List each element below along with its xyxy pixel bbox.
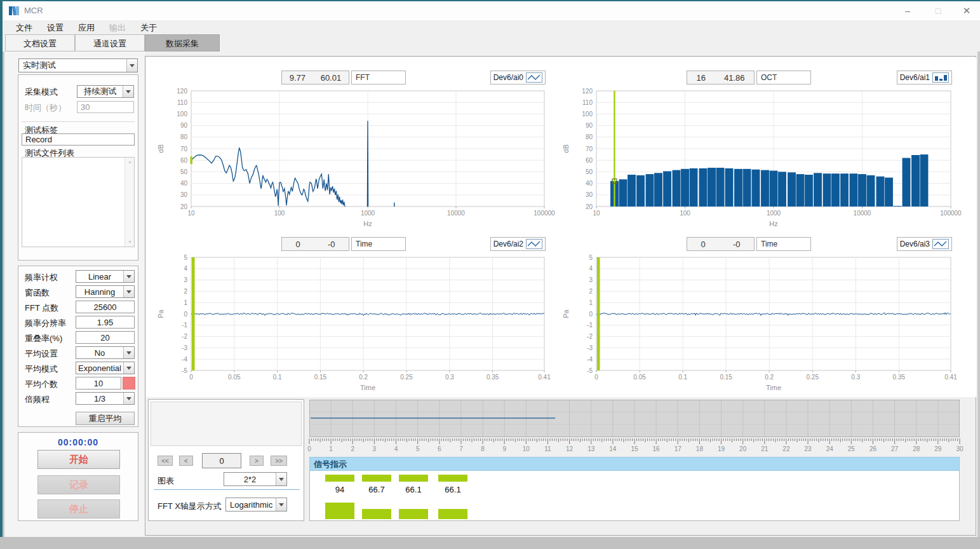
svg-text:24: 24 xyxy=(826,445,834,452)
freq-resolution-input[interactable]: 1.95 xyxy=(76,316,135,329)
fft-points-input[interactable]: 25600 xyxy=(76,301,135,313)
menu-item-about[interactable]: 关于 xyxy=(134,20,163,36)
svg-text:100000: 100000 xyxy=(940,210,962,217)
app-window: MCR – □ ✕ 文件设置应用输出关于 文档设置通道设置数据采集 实时测试 采… xyxy=(0,0,980,549)
svg-text:-1: -1 xyxy=(182,322,187,329)
nav-last-button[interactable]: >> xyxy=(271,456,287,466)
signal-meter xyxy=(399,509,428,519)
test-tag-input[interactable]: Record xyxy=(22,133,135,146)
tab-doc-settings[interactable]: 文档设置 xyxy=(5,34,75,51)
time2-device-select[interactable]: Dev6/ai3 xyxy=(897,237,952,251)
average-mode-select[interactable]: Exponential xyxy=(76,362,135,374)
chevron-down-icon[interactable] xyxy=(123,347,134,358)
time-input[interactable]: 30 xyxy=(77,101,134,113)
nav-prev-button[interactable]: < xyxy=(179,456,193,466)
acq-mode-select[interactable]: 持续测试 xyxy=(77,85,134,98)
svg-text:5: 5 xyxy=(416,445,420,452)
test-file-list[interactable]: ▲ ▼ xyxy=(22,157,135,247)
chevron-down-icon[interactable] xyxy=(276,473,286,485)
chevron-down-icon[interactable] xyxy=(123,271,134,282)
window-function-select[interactable]: Hanning xyxy=(76,285,135,298)
minimize-button[interactable]: – xyxy=(897,1,918,20)
nav-next-button[interactable]: > xyxy=(250,456,264,466)
chart-layout-select[interactable]: 2*2 xyxy=(224,472,287,486)
average-setting-select[interactable]: No xyxy=(76,346,135,359)
oct-plot[interactable]: 2030405060708090100110120101001000100001… xyxy=(558,87,960,233)
average-setting-value: No xyxy=(76,348,123,358)
chevron-down-icon[interactable] xyxy=(123,393,134,404)
maximize-button[interactable]: □ xyxy=(927,1,949,20)
svg-text:3: 3 xyxy=(184,276,187,283)
overlap-percent-label: 重叠率(%) xyxy=(25,333,62,344)
stop-button[interactable]: 停止 xyxy=(37,499,120,518)
record-timeline[interactable]: 0123456789101112131415161718192021222324… xyxy=(309,400,960,454)
svg-text:5: 5 xyxy=(589,254,593,261)
svg-text:0: 0 xyxy=(589,311,593,318)
svg-text:4: 4 xyxy=(589,265,593,272)
record-button[interactable]: 记录 xyxy=(37,475,120,494)
signal-channel-3: 66.1 xyxy=(399,471,428,521)
svg-text:-4: -4 xyxy=(182,356,187,363)
menu-item-settings[interactable]: 设置 xyxy=(41,20,70,36)
octave-select[interactable]: 1/3 xyxy=(76,392,135,405)
fft-xaxis-label: FFT X轴显示方式 xyxy=(158,501,222,512)
time2-cursor-readout: 0 -0 xyxy=(687,237,755,251)
menu-item-application[interactable]: 应用 xyxy=(72,20,101,36)
freq-weighting-select[interactable]: Linear xyxy=(76,270,135,283)
oct-device-select[interactable]: Dev6/ai1 xyxy=(897,71,952,85)
test-mode-select[interactable]: 实时测试 xyxy=(18,58,138,72)
svg-text:30: 30 xyxy=(586,191,593,198)
fft-type-box: FFT xyxy=(351,71,406,85)
svg-text:dB: dB xyxy=(562,144,570,152)
chart-layout-value: 2*2 xyxy=(224,475,276,484)
svg-text:-3: -3 xyxy=(587,344,593,351)
oct-cursor-y: 41.86 xyxy=(724,73,745,83)
svg-text:0.1: 0.1 xyxy=(273,374,282,381)
time2-plot[interactable]: -5-4-3-2-101234500.050.10.150.20.250.30.… xyxy=(558,254,960,396)
chevron-down-icon[interactable] xyxy=(123,362,134,374)
start-button[interactable]: 开始 xyxy=(37,450,120,469)
svg-text:0: 0 xyxy=(184,311,187,318)
fft-xaxis-select[interactable]: Logarithmic xyxy=(225,498,287,512)
svg-text:0.25: 0.25 xyxy=(400,374,413,381)
svg-text:11: 11 xyxy=(544,445,551,452)
average-count-input[interactable]: 10 xyxy=(76,377,121,390)
scrollbar[interactable]: ▲ ▼ xyxy=(124,158,134,247)
chevron-down-icon[interactable] xyxy=(126,59,137,72)
menu-item-file[interactable]: 文件 xyxy=(10,20,39,36)
svg-text:1: 1 xyxy=(184,299,187,306)
tab-channel-settings[interactable]: 通道设置 xyxy=(75,34,145,51)
chevron-down-icon[interactable] xyxy=(123,286,134,297)
acq-mode-value: 持续测试 xyxy=(77,86,123,97)
average-count-alert-flag xyxy=(123,377,135,390)
svg-text:Pa: Pa xyxy=(157,309,164,318)
time1-device-select[interactable]: Dev6/ai2 xyxy=(490,237,546,251)
svg-text:10: 10 xyxy=(523,445,530,452)
svg-text:13: 13 xyxy=(587,445,595,452)
fft-device-select[interactable]: Dev6/ai0 xyxy=(490,71,546,85)
time1-plot[interactable]: -5-4-3-2-101234500.050.10.150.20.250.30.… xyxy=(153,254,553,396)
close-button[interactable]: ✕ xyxy=(956,1,977,20)
nav-first-button[interactable]: << xyxy=(158,456,173,466)
chevron-down-icon[interactable] xyxy=(123,86,133,97)
preview-box xyxy=(151,402,302,446)
tab-data-acquisition[interactable]: 数据采集 xyxy=(145,34,220,51)
chevron-down-icon[interactable] xyxy=(276,498,286,511)
restart-average-button[interactable]: 重启平均 xyxy=(76,412,135,425)
scroll-up-icon[interactable]: ▲ xyxy=(125,158,135,166)
title-bar: MCR – □ ✕ xyxy=(0,1,980,20)
run-control-group: 00:00:00 开始 记录 停止 xyxy=(18,432,138,521)
svg-text:50: 50 xyxy=(586,168,593,175)
fft-plot[interactable]: 2030405060708090100110120101001000100001… xyxy=(153,87,553,233)
svg-text:0.25: 0.25 xyxy=(807,374,819,381)
chart-layout-label: 图表 xyxy=(158,475,174,487)
overlap-percent-input[interactable]: 20 xyxy=(76,331,135,344)
oct-device-label: Dev6/ai1 xyxy=(900,73,930,82)
time1-type-box: Time xyxy=(351,237,406,251)
fft-cursor-readout: 9.77 60.01 xyxy=(281,71,349,85)
svg-text:0.2: 0.2 xyxy=(359,374,368,381)
svg-text:110: 110 xyxy=(177,99,187,106)
main-area: 9.77 60.01 FFT Dev6/ai0 2030405060708090… xyxy=(145,56,976,536)
scroll-down-icon[interactable]: ▼ xyxy=(125,238,135,247)
nav-index-input[interactable]: 0 xyxy=(202,453,241,468)
